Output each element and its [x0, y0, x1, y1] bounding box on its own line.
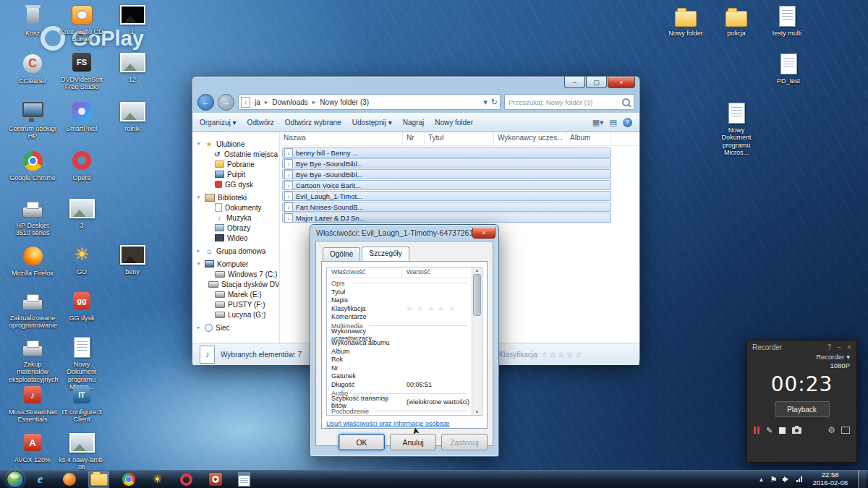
sidebar-item-grupa-domowa[interactable]: ▸Grupa domowa — [192, 246, 279, 256]
taskbar-app-media-player[interactable] — [59, 472, 79, 487]
desktop-icon-hp-support-center[interactable]: Centrum obsługi HP — [9, 100, 56, 140]
expand-arrow-icon[interactable]: ▸ — [195, 325, 202, 330]
remove-properties-link[interactable]: Usuń właściwości oraz informacje osobist… — [326, 420, 450, 427]
ok-button[interactable]: OK — [339, 434, 385, 450]
desktop-icon-image-3[interactable]: 3 — [58, 197, 106, 229]
column-header-2[interactable]: Tytuł — [425, 132, 494, 145]
resize-icon[interactable] — [841, 427, 850, 434]
toolbar-button-odtwórz[interactable]: Odtwórz — [247, 119, 274, 127]
column-header-4[interactable]: Album — [566, 132, 611, 145]
desktop-icon-folder-testy-multi[interactable]: testy multi — [763, 4, 811, 37]
maximize-icon[interactable]: ▢ — [586, 77, 607, 88]
scrollbar-thumb[interactable] — [473, 274, 481, 316]
dialog-titlebar[interactable]: Właściwości: Evil_Laugh_1-Timothy-647372… — [310, 225, 498, 241]
desktop-icon-image-ks4[interactable]: ks 4 nawy-amb-06 — [58, 431, 106, 471]
camera-icon[interactable] — [792, 427, 801, 434]
network-icon[interactable] — [796, 476, 802, 482]
dialog-close-icon[interactable]: × — [472, 228, 495, 239]
playback-button[interactable]: Playback — [775, 401, 830, 417]
recorder-close-icon[interactable]: × — [847, 343, 851, 351]
desktop-icon-hp-deskjet[interactable]: HP Deskjet 3510 series — [9, 197, 56, 237]
recorder-minimize-icon[interactable]: − — [837, 343, 841, 351]
pen-icon[interactable]: ✎ — [766, 426, 773, 435]
sidebar-item-sieć[interactable]: ▸Sieć — [192, 322, 279, 333]
desktop-icon-image-1[interactable]: 1 — [109, 3, 156, 35]
taskbar-app-windows-explorer[interactable] — [88, 471, 109, 488]
property-row[interactable]: Szybkość transmisji bitów(wielokrotne wa… — [327, 398, 472, 407]
breadcrumb-item[interactable]: Downloads — [269, 98, 310, 107]
desktop-icon-hp-supplies[interactable]: Zakup materiałów eksploatacyjnych — [9, 335, 56, 383]
desktop-icon-music-essentials[interactable]: ♪MusicStreamNet Essentials — [9, 383, 56, 424]
clock[interactable]: 22:58 2016-02-08 — [808, 471, 852, 487]
volume-icon[interactable] — [783, 476, 791, 483]
refresh-icon[interactable]: ↻ — [491, 98, 498, 107]
desktop-icon-free-audio-cd-burner[interactable]: Free Audio CD Burner — [58, 3, 106, 43]
expand-arrow-icon[interactable]: ▸ — [195, 248, 202, 254]
breadcrumb-item[interactable]: Nowy folder (3) — [317, 98, 372, 107]
sidebar-item-pulpit[interactable]: Pulpit — [192, 169, 279, 179]
gear-icon[interactable]: ⚙ — [827, 425, 835, 435]
property-row[interactable]: Napis — [327, 296, 472, 305]
search-input[interactable]: Przeszukaj: Nowy folder (3) — [504, 94, 634, 110]
property-row[interactable]: Komentarze — [327, 313, 472, 322]
toolbar-button-organizuj-[interactable]: Organizuj ▾ — [200, 119, 237, 127]
desktop-icon-pd-test[interactable]: PD_test — [765, 52, 812, 85]
forward-button[interactable]: → — [218, 94, 234, 111]
anuluj-button[interactable]: Anuluj — [390, 434, 436, 450]
sidebar-item-muzyka[interactable]: Muzyka — [192, 213, 279, 223]
sidebar-item-pobrane[interactable]: Pobrane — [192, 159, 279, 169]
expand-arrow-icon[interactable]: ▾ — [195, 261, 202, 267]
sidebar-item-dokumenty[interactable]: Dokumenty — [192, 202, 279, 213]
taskbar-app-internet-explorer[interactable]: e — [30, 472, 50, 487]
desktop-icon-go-app[interactable]: ☀GO — [58, 243, 106, 275]
property-row[interactable]: Gatunek — [327, 372, 472, 381]
desktop-icon-new-word-document-2[interactable]: Nowy Dokument programu Micros... — [712, 101, 760, 156]
desktop-icon-avox[interactable]: AAVOX 120% — [9, 431, 56, 463]
file-row[interactable]: ♪Cartoon Voice Barit... — [282, 180, 611, 190]
sidebar-item-gg-dysk[interactable]: GG dysk — [192, 179, 279, 189]
taskbar-app-chrome[interactable] — [119, 472, 138, 487]
property-row[interactable]: Wykonawca albumu — [327, 339, 472, 348]
desktop-icon-new-word-document[interactable]: Nowy Dokument programu Micros... — [58, 335, 106, 390]
property-row[interactable]: Wykonawcy uczestniczący — [327, 330, 472, 339]
explorer-titlebar[interactable]: – ▢ × — [192, 77, 639, 94]
desktop-icon-recycle-bin[interactable]: Kosz — [9, 4, 56, 37]
desktop-icon-opera[interactable]: Opera — [58, 149, 106, 181]
desktop-icon-folder-nowy[interactable]: Nowy folder — [662, 4, 710, 37]
property-row[interactable]: Długość00:05:51 — [327, 380, 472, 389]
file-row[interactable]: ♪Fart Noises-SoundB... — [282, 202, 611, 212]
expand-arrow-icon[interactable]: ▾ — [195, 141, 202, 147]
address-dropdown-icon[interactable]: ▾ — [483, 98, 488, 107]
breadcrumb-item[interactable]: ja — [252, 98, 263, 107]
desktop-icon-folder-policja[interactable]: policja — [712, 4, 760, 37]
minimize-icon[interactable]: – — [564, 77, 585, 88]
desktop-icon-image-12[interactable]: 12 — [109, 51, 156, 83]
sidebar-item-obrazy[interactable]: Obrazy — [192, 223, 279, 233]
recorder-help-icon[interactable]: ? — [827, 343, 832, 351]
back-button[interactable]: ← — [197, 94, 214, 111]
scroll-up-icon[interactable]: ▲ — [475, 268, 480, 273]
stop-icon[interactable] — [779, 427, 786, 434]
sidebar-item-pusty-f-[interactable]: PUSTY (F:) — [192, 299, 279, 309]
sidebar-item-wideo[interactable]: Wideo — [192, 233, 279, 243]
file-row[interactable]: ♪Bye Bye -SoundBibl... — [282, 169, 611, 179]
recorder-mode-dropdown[interactable]: Recorder ▾ — [747, 352, 856, 361]
property-row[interactable]: Rok — [327, 356, 472, 364]
sidebar-item-biblioteki[interactable]: ▾Biblioteki — [192, 192, 279, 202]
sidebar-item-komputer[interactable]: ▾Komputer — [192, 259, 279, 269]
toolbar-button-nagraj[interactable]: Nagraj — [403, 119, 424, 127]
taskbar-app-go-app[interactable]: ☀ — [148, 472, 167, 487]
start-button[interactable] — [7, 471, 24, 488]
file-row[interactable]: ♪Bye Bye -SoundBibl... — [282, 158, 611, 168]
toolbar-button-odtwórz-wybrane[interactable]: Odtwórz wybrane — [285, 119, 341, 127]
file-row[interactable]: ♪Evil_Laugh_1-Timot... — [282, 191, 611, 201]
desktop-icon-hp-software-update[interactable]: Zaktualizowane oprogramowanie — [9, 289, 56, 330]
column-header-3[interactable]: Wykonawcy uczes... — [494, 132, 566, 145]
action-center-icon[interactable]: ⚑ — [770, 475, 778, 484]
desktop-icon-image-beny[interactable]: beny — [109, 243, 156, 275]
toolbar-button-udostępnij-[interactable]: Udostępnij ▾ — [352, 119, 392, 127]
scroll-down-icon[interactable]: ▼ — [475, 410, 480, 414]
sidebar-item-ostatnie-miejsca[interactable]: Ostatnie miejsca — [192, 149, 279, 159]
property-row[interactable]: Album — [327, 347, 472, 356]
sidebar-item-marek-e-[interactable]: Marek (E:) — [192, 289, 279, 299]
